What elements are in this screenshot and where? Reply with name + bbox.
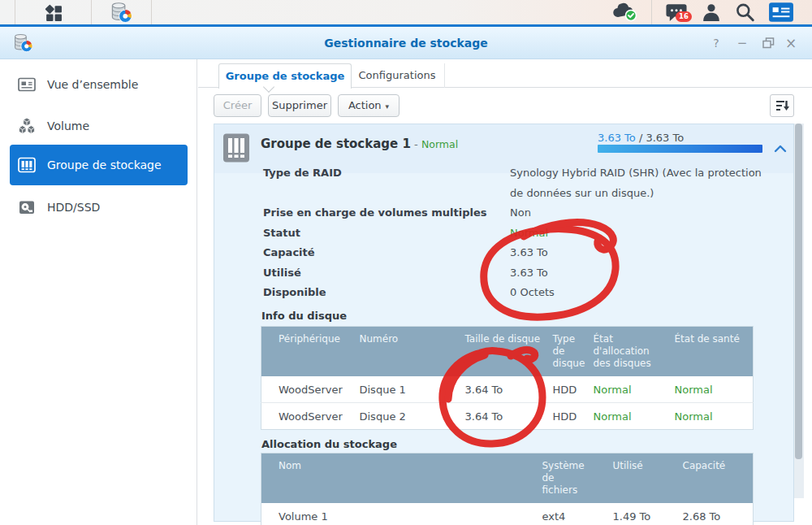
action-label: Action	[348, 99, 382, 111]
capacity-bar	[598, 145, 762, 153]
table-row[interactable]: WoodServerDisque 23.64 ToHDDNormalNormal	[261, 403, 754, 430]
toolbar: Créer Supprimer Action▾	[198, 88, 812, 124]
sidebar-item-label: Volume	[47, 119, 89, 132]
volume-cubes-icon	[18, 117, 36, 135]
caret-down-icon: ▾	[386, 102, 390, 111]
overview-icon	[18, 76, 36, 93]
scrollbar-thumb[interactable]	[795, 124, 802, 459]
taskbar-storage-manager-button[interactable]	[92, 0, 150, 24]
table-cell: WoodServer	[261, 376, 343, 403]
create-button[interactable]: Créer	[214, 94, 261, 117]
column-header: Système de fichiers	[525, 453, 596, 504]
table-row[interactable]: WoodServerDisque 13.64 ToHDDNormalNormal	[261, 376, 754, 403]
capacity-total: 3.63 To	[646, 132, 684, 144]
capacity-separator: /	[636, 132, 646, 144]
column-header: Capacité	[666, 453, 754, 504]
capacity-used: 3.63 To	[598, 132, 636, 144]
restore-icon	[762, 37, 775, 49]
table-cell: Normal	[577, 376, 658, 403]
detail-label: Utilisé	[263, 263, 510, 284]
detail-row: Prise en charge de volumes multiplesNon	[263, 203, 783, 223]
sidebar: Vue d’ensemble Volume	[0, 59, 197, 525]
window-title: Gestionnaire de stockage	[0, 27, 812, 59]
table-cell: ext4	[525, 503, 596, 525]
storage-pool-title: Groupe de stockage 1 - Normal	[261, 137, 458, 151]
sidebar-item-label: HDD/SSD	[47, 201, 100, 214]
detail-row: Type de RAIDSynology Hybrid RAID (SHR) (…	[263, 163, 783, 203]
sidebar-item-volume[interactable]: Volume	[10, 108, 188, 144]
sidebar-item-hdd-ssd[interactable]: HDD/SSD	[10, 189, 188, 225]
table-cell: Normal	[658, 403, 754, 430]
delete-button[interactable]: Supprimer	[268, 94, 331, 117]
disk-info-title: Info du disque	[261, 310, 347, 322]
sidebar-item-label: Groupe de stockage	[47, 158, 162, 171]
main-menu-icon	[44, 3, 63, 22]
table-cell: Normal	[658, 376, 754, 403]
detail-label: Statut	[263, 223, 510, 244]
table-cell: WoodServer	[261, 403, 343, 430]
sidebar-item-overview[interactable]: Vue d’ensemble	[10, 67, 188, 102]
notification-badge: 16	[676, 11, 692, 22]
storage-pool-icon	[18, 156, 36, 174]
detail-label: Capacité	[263, 243, 510, 263]
table-cell: 1.49 To	[596, 503, 666, 525]
close-button[interactable]: ×	[781, 27, 801, 59]
collapse-chevron-icon[interactable]	[774, 143, 787, 154]
pool-status: Normal	[421, 138, 458, 150]
tab-storage-pool[interactable]: Groupe de stockage	[218, 63, 352, 89]
widget-panel-icon	[768, 2, 794, 23]
help-button[interactable]: ?	[706, 27, 726, 59]
sidebar-item-label: Vue d’ensemble	[47, 78, 138, 91]
collapse-list-icon	[775, 99, 790, 113]
table-cell: HDD	[536, 403, 577, 430]
main-menu-button[interactable]	[15, 0, 91, 24]
table-cell: Disque 1	[343, 376, 448, 403]
user-account-button[interactable]	[697, 0, 726, 24]
storage-pool-panel: Groupe de stockage 1 - Normal 3.63 To / …	[214, 124, 794, 522]
detail-row: Capacité3.63 To	[263, 243, 783, 263]
cloud-sync-icon	[611, 2, 639, 23]
capacity-text: 3.63 To / 3.63 To	[598, 132, 684, 144]
detail-label: Disponible	[263, 283, 510, 303]
search-button[interactable]	[729, 0, 760, 24]
column-header: Numéro	[343, 327, 448, 377]
storage-pool-large-icon	[222, 132, 250, 163]
disk-info-table: PériphériqueNuméroTaille de disqueType d…	[261, 326, 754, 430]
table-cell: Disque 2	[343, 403, 448, 430]
column-header: État d'allocation des disques	[577, 327, 658, 377]
detail-value: Normal	[510, 223, 778, 244]
detail-row: Disponible0 Octets	[263, 283, 783, 303]
column-header: Nom	[261, 453, 525, 504]
collapse-list-button[interactable]	[770, 94, 794, 117]
detail-value: Non	[510, 203, 778, 223]
taskbar-divider	[651, 0, 652, 24]
table-row[interactable]: Volume 1ext41.49 To2.68 To	[261, 503, 754, 525]
restore-button[interactable]	[758, 27, 778, 59]
detail-label: Prise en charge de volumes multiples	[263, 203, 510, 223]
action-dropdown-button[interactable]: Action▾	[338, 94, 400, 117]
column-header: Utilisé	[596, 453, 666, 504]
search-icon	[734, 2, 756, 23]
sidebar-item-storage-pool[interactable]: Groupe de stockage	[10, 145, 188, 185]
cloud-sync-status-button[interactable]	[609, 0, 641, 24]
table-cell: 3.64 To	[448, 376, 536, 403]
storage-manager-window: 16	[0, 0, 812, 525]
table-cell: 3.64 To	[448, 403, 536, 430]
detail-row: StatutNormal	[263, 223, 783, 244]
column-header: Type de disque	[536, 327, 577, 377]
tab-configurations[interactable]: Configurations	[350, 63, 445, 88]
widget-panel-button[interactable]	[763, 0, 799, 24]
pool-name: Groupe de stockage 1	[261, 137, 411, 151]
storage-manager-icon	[110, 2, 132, 24]
column-header: Taille de disque	[448, 327, 536, 377]
detail-value: Synology Hybrid RAID (SHR) (Avec la prot…	[510, 163, 778, 203]
title-separator: -	[411, 138, 421, 150]
column-header: Périphérique	[261, 327, 343, 377]
minimize-button[interactable]: −	[732, 27, 752, 59]
detail-row: Utilisé3.63 To	[263, 263, 783, 284]
capacity-bar-fill	[598, 145, 762, 153]
pool-details-list: Type de RAIDSynology Hybrid RAID (SHR) (…	[263, 163, 783, 303]
table-cell: 2.68 To	[666, 503, 754, 525]
taskbar-divider	[151, 0, 152, 24]
window-titlebar: Gestionnaire de stockage ? − ×	[0, 27, 812, 59]
